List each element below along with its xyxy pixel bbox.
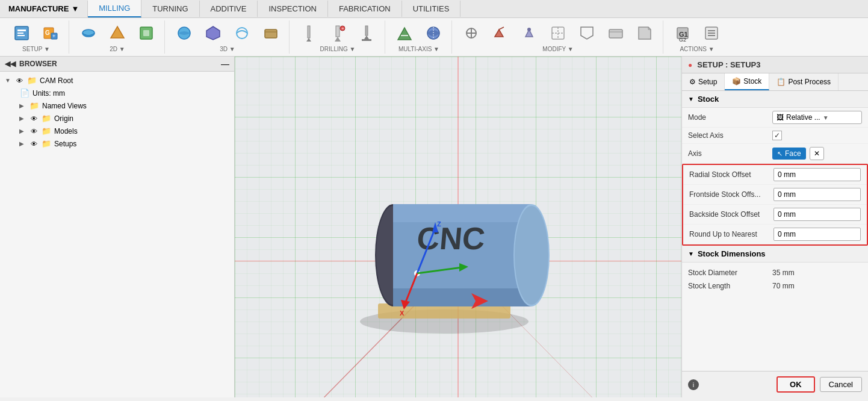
- stock-dims-body: Stock Diameter 35 mm Stock Length 70 mm: [682, 263, 868, 296]
- modify-btn-6[interactable]: [603, 22, 629, 45]
- 2d-btn-2[interactable]: [104, 22, 131, 45]
- mode-dropdown[interactable]: 🖼 Relative ... ▼: [772, 111, 862, 124]
- stock-dims-chevron-icon: ▼: [688, 250, 694, 257]
- svg-text:+: +: [52, 33, 55, 39]
- post-process-tab-label: Post Process: [788, 78, 831, 86]
- cam-root-eye-icon[interactable]: 👁: [14, 77, 24, 84]
- radial-offset-control: [773, 168, 861, 181]
- browser-nav-back-icon[interactable]: ◀◀: [5, 60, 16, 68]
- 3d-btn-3[interactable]: [229, 22, 255, 45]
- axis-clear-button[interactable]: ✕: [810, 147, 824, 160]
- tree-item-named-views[interactable]: ▶ 📁 Named Views: [0, 99, 234, 112]
- frontside-offset-input[interactable]: [773, 188, 861, 201]
- 3d-btn-2[interactable]: [200, 22, 226, 45]
- setups-eye-icon[interactable]: 👁: [29, 140, 39, 148]
- multi-axis-btn-1[interactable]: [391, 22, 418, 45]
- setup-group-label[interactable]: SETUP ▼: [22, 46, 50, 52]
- modify-group-label[interactable]: MODIFY ▼: [542, 46, 573, 52]
- origin-eye-icon[interactable]: 👁: [29, 115, 39, 122]
- select-axis-control: [772, 131, 862, 140]
- origin-label: Origin: [54, 114, 229, 123]
- viewport[interactable]: CNC Z X ➤: [235, 57, 681, 397]
- right-panel: ● SETUP : SETUP3 ⚙ Setup 📦 Stock 📋 Post …: [681, 57, 868, 397]
- tree-item-origin[interactable]: ▶ 👁 📁 Origin: [0, 112, 234, 125]
- browser-collapse-btn[interactable]: —: [221, 59, 229, 69]
- drilling-group-label[interactable]: DRILLING ▼: [320, 46, 356, 52]
- backside-offset-input[interactable]: [773, 208, 861, 221]
- tab-additive[interactable]: ADDITIVE: [200, 1, 258, 17]
- cancel-button[interactable]: Cancel: [820, 377, 862, 392]
- mode-control: 🖼 Relative ... ▼: [772, 111, 862, 124]
- panel-close-icon[interactable]: ●: [688, 61, 692, 69]
- svg-point-27: [527, 28, 531, 31]
- cnc-3d-object: CNC Z X: [306, 135, 583, 340]
- axis-face-button[interactable]: ↖ Face: [772, 148, 806, 160]
- tab-milling[interactable]: MILLING: [88, 0, 141, 17]
- origin-expand-icon[interactable]: ▶: [19, 115, 26, 122]
- svg-text:G: G: [45, 30, 50, 36]
- panel-tab-stock[interactable]: 📦 Stock: [725, 73, 769, 90]
- stock-diameter-row: Stock Diameter 35 mm: [688, 266, 862, 279]
- stock-diameter-value: 35 mm: [772, 269, 795, 277]
- new-setup-btn[interactable]: G+: [37, 22, 64, 45]
- drilling-btn-2[interactable]: +: [324, 22, 351, 45]
- modify-btn-2[interactable]: [487, 22, 513, 45]
- 2d-group-label[interactable]: 2D ▼: [110, 46, 125, 52]
- info-button[interactable]: i: [688, 379, 699, 390]
- actions-btn-1[interactable]: G1G2: [669, 22, 696, 45]
- ribbon: G+ SETUP ▼: [0, 18, 868, 56]
- modify-btn-5[interactable]: [574, 22, 600, 45]
- 2d-btn-3[interactable]: [133, 22, 160, 45]
- axis-cursor-icon: ↖: [777, 150, 783, 158]
- models-eye-icon[interactable]: 👁: [29, 128, 39, 135]
- axis-row: Axis ↖ Face ✕: [682, 144, 868, 164]
- multi-axis-btn-2[interactable]: [420, 22, 447, 45]
- ribbon-group-2d: 2D ▼: [70, 20, 165, 54]
- 2d-btn-1[interactable]: [75, 22, 102, 45]
- modify-btn-3[interactable]: [516, 22, 542, 45]
- panel-tabs: ⚙ Setup 📦 Stock 📋 Post Process: [682, 73, 868, 91]
- ok-button[interactable]: OK: [777, 376, 815, 393]
- browser-tree: ▼ 👁 📁 CAM Root 📄 Units: mm ▶ 📁 Named Vie…: [0, 72, 234, 152]
- setups-expand-icon[interactable]: ▶: [19, 140, 26, 147]
- 3d-btn-4[interactable]: [258, 22, 284, 45]
- stock-section-header[interactable]: ▼ Stock: [682, 91, 868, 108]
- setup-btn[interactable]: [8, 22, 35, 45]
- tree-item-units[interactable]: 📄 Units: mm: [0, 87, 234, 99]
- named-views-expand-icon[interactable]: ▶: [19, 102, 26, 109]
- round-up-input[interactable]: [773, 228, 861, 241]
- tab-utilities[interactable]: UTILITIES: [402, 1, 461, 17]
- cam-root-expand-icon[interactable]: ▼: [5, 77, 12, 84]
- tab-turning[interactable]: TURNING: [141, 1, 199, 17]
- toolbar: MANUFACTURE ▼ MILLING TURNING ADDITIVE I…: [0, 0, 868, 57]
- modify-btn-4[interactable]: [545, 22, 571, 45]
- tree-item-cam-root[interactable]: ▼ 👁 📁 CAM Root: [0, 74, 234, 87]
- tree-item-setups[interactable]: ▶ 👁 📁 Setups: [0, 137, 234, 150]
- tree-item-models[interactable]: ▶ 👁 📁 Models: [0, 125, 234, 137]
- manufacture-button[interactable]: MANUFACTURE ▼: [0, 1, 88, 17]
- models-expand-icon[interactable]: ▶: [19, 128, 26, 134]
- panel-tab-setup[interactable]: ⚙ Setup: [682, 73, 725, 90]
- modify-btn-7[interactable]: [631, 22, 658, 45]
- post-process-tab-icon: 📋: [777, 78, 786, 86]
- manufacture-label: MANUFACTURE: [8, 4, 69, 13]
- stock-dims-section-header[interactable]: ▼ Stock Dimensions: [682, 246, 868, 263]
- actions-btn-2[interactable]: [698, 22, 725, 45]
- modify-btn-1[interactable]: [458, 22, 485, 45]
- multi-axis-group-label[interactable]: MULTI-AXIS ▼: [398, 46, 439, 52]
- panel-tab-post-process[interactable]: 📋 Post Process: [769, 73, 839, 90]
- stock-tab-label: Stock: [743, 77, 761, 85]
- radial-offset-input[interactable]: [773, 168, 861, 181]
- named-views-label: Named Views: [42, 102, 229, 110]
- actions-group-label[interactable]: ACTIONS ▼: [680, 46, 714, 52]
- svg-rect-54: [393, 204, 532, 222]
- 3d-btn-1[interactable]: [171, 22, 197, 45]
- tab-fabrication[interactable]: FABRICATION: [328, 1, 402, 17]
- frontside-offset-label: Frontside Stock Offs...: [689, 190, 773, 199]
- drilling-btn-1[interactable]: [296, 22, 322, 45]
- tab-inspection[interactable]: INSPECTION: [258, 1, 327, 17]
- 3d-group-label[interactable]: 3D ▼: [220, 46, 235, 52]
- drilling-btn-3[interactable]: [353, 22, 380, 45]
- select-axis-checkbox[interactable]: [772, 131, 782, 140]
- svg-rect-3: [17, 35, 25, 36]
